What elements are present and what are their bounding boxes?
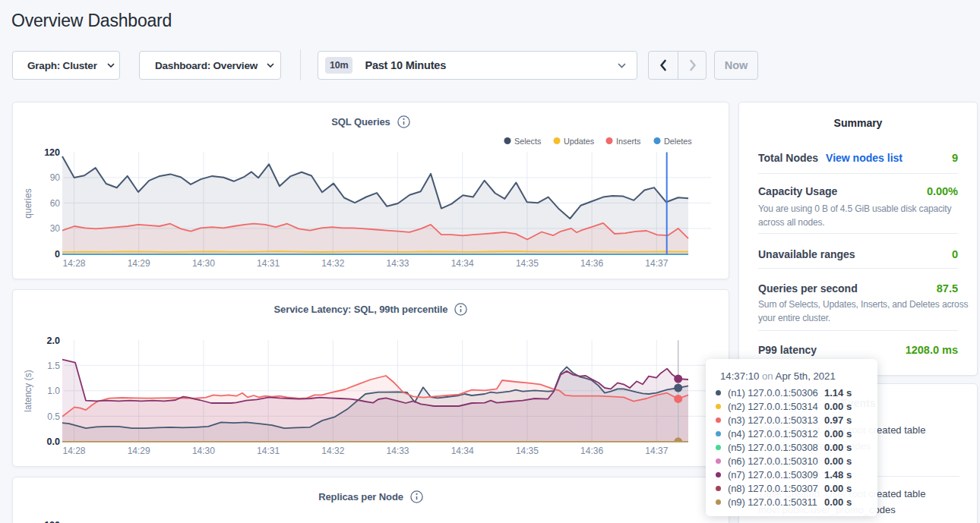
svg-text:14:31: 14:31 <box>257 446 280 456</box>
svg-text:14:33: 14:33 <box>386 258 409 269</box>
svg-text:Inserts: Inserts <box>616 136 641 145</box>
svg-text:30: 30 <box>50 223 61 234</box>
svg-text:1.5: 1.5 <box>47 360 60 370</box>
svg-text:14:30: 14:30 <box>192 258 215 269</box>
svg-text:14:29: 14:29 <box>128 446 150 456</box>
svg-text:14:30: 14:30 <box>192 446 215 456</box>
svg-text:120: 120 <box>44 147 60 158</box>
svg-text:90: 90 <box>50 172 61 183</box>
svg-text:0.0: 0.0 <box>47 436 60 447</box>
svg-text:0.5: 0.5 <box>47 411 60 421</box>
svg-text:60: 60 <box>50 197 61 208</box>
svg-text:queries: queries <box>23 188 33 218</box>
svg-text:14:35: 14:35 <box>516 258 539 269</box>
svg-text:14:34: 14:34 <box>451 258 474 269</box>
svg-text:Updates: Updates <box>564 136 595 145</box>
svg-text:14:29: 14:29 <box>128 258 150 269</box>
svg-text:14:28: 14:28 <box>62 258 85 269</box>
svg-text:Deletes: Deletes <box>664 136 692 145</box>
svg-text:0: 0 <box>55 249 60 260</box>
svg-text:14:36: 14:36 <box>580 258 603 269</box>
svg-text:1.0: 1.0 <box>47 386 60 396</box>
svg-text:14:28: 14:28 <box>62 446 85 456</box>
svg-text:Selects: Selects <box>514 136 542 145</box>
svg-text:14:36: 14:36 <box>580 446 603 456</box>
svg-text:14:32: 14:32 <box>321 258 344 269</box>
svg-text:14:33: 14:33 <box>386 446 409 456</box>
svg-text:latency (s): latency (s) <box>23 370 33 411</box>
svg-text:14:37: 14:37 <box>645 258 668 269</box>
svg-text:14:31: 14:31 <box>257 258 280 269</box>
svg-text:14:35: 14:35 <box>516 446 539 456</box>
svg-text:14:34: 14:34 <box>451 446 474 456</box>
svg-text:14:37: 14:37 <box>645 446 668 456</box>
svg-text:2.0: 2.0 <box>47 335 60 345</box>
svg-text:14:32: 14:32 <box>321 446 344 456</box>
